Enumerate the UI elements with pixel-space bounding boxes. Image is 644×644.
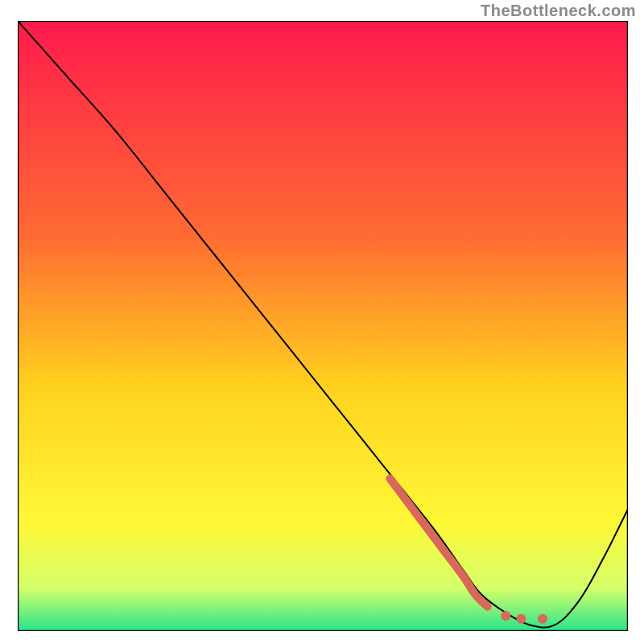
- highlight-dots-point: [538, 614, 547, 624]
- chart-svg: [18, 21, 628, 631]
- highlight-dots-point: [501, 611, 510, 621]
- chart-container: TheBottleneck.com: [0, 0, 644, 644]
- highlight-dots-point: [516, 614, 526, 624]
- plot-area: [18, 21, 628, 631]
- watermark-label: TheBottleneck.com: [481, 2, 636, 20]
- gradient-background: [18, 21, 628, 631]
